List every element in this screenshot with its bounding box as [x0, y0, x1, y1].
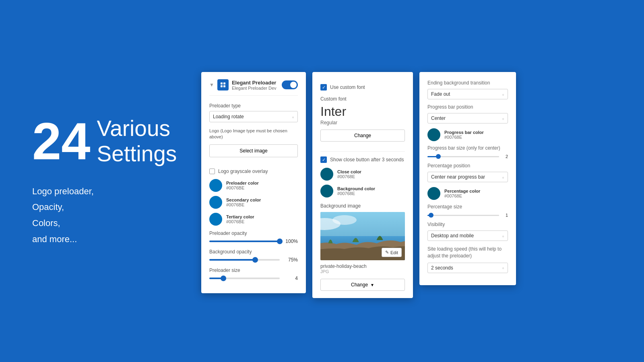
grayscale-checkbox-row: Logo grayscale overlay [209, 169, 298, 174]
change-image-label: Change [351, 282, 368, 288]
svg-rect-0 [221, 82, 223, 84]
visibility-value: Desktop and mobile [431, 233, 474, 239]
select-image-button[interactable]: Select image [209, 144, 298, 157]
percentage-size-thumb[interactable] [429, 213, 433, 218]
secondary-color-row: Secondary color #0076BE [209, 196, 298, 209]
chevron-down-icon: ⬦ [502, 175, 504, 179]
percentage-color-info: Percentage color #00768E [444, 189, 480, 198]
font-style: Regular [320, 120, 405, 125]
bg-color-hex: #00768E [337, 191, 375, 196]
percentage-size-slider-row: 1 [427, 213, 508, 218]
bg-opacity-slider-row: 75% [209, 257, 298, 263]
dropdown-arrow-icon: ▼ [370, 283, 374, 287]
background-image-preview: ✎ Edit [320, 212, 405, 260]
bg-color-name: Background color [337, 186, 375, 191]
progress-bar-size-slider-track[interactable] [427, 156, 499, 157]
size-slider-row: 4 [209, 276, 298, 281]
chevron-down-icon: ⬦ [502, 234, 504, 238]
secondary-color-name: Secondary color [226, 197, 261, 202]
bg-opacity-slider-track[interactable] [209, 259, 280, 261]
custom-font-label: Custom font [320, 96, 405, 102]
bg-image-label: Background image [320, 203, 405, 209]
preloader-color-name: Preloader color [226, 181, 259, 185]
bg-opacity-label: Background opacity [209, 249, 298, 255]
secondary-color-swatch[interactable] [209, 196, 222, 209]
show-close-label: Show close button after 3 seconds [330, 157, 404, 162]
panel-3: Ending background transition Fade out ⬦ … [419, 72, 516, 285]
grayscale-checkbox[interactable] [209, 169, 215, 174]
image-type: JPG [320, 269, 405, 274]
progress-bar-pos-label: Progress bar position [427, 104, 508, 110]
close-color-swatch[interactable] [320, 168, 333, 181]
plugin-toggle[interactable] [282, 80, 298, 89]
progress-bar-color-swatch[interactable] [427, 128, 440, 141]
ending-bg-select[interactable]: Fade out ⬦ [427, 89, 508, 99]
close-color-name: Close color [337, 169, 361, 174]
tertiary-color-swatch[interactable] [209, 213, 222, 226]
big-number: 24 [32, 115, 91, 167]
percentage-pos-select[interactable]: Center near progress bar ⬦ [427, 172, 508, 182]
progress-bar-pos-value: Center [431, 115, 446, 121]
progress-bar-color-info: Progress bar color #00768E [444, 130, 484, 140]
close-color-hex: #00768E [337, 174, 361, 179]
percentage-color-hex: #00768E [444, 193, 480, 198]
preloader-type-label: Preloader type [209, 103, 298, 109]
panel-header-left: ▼ Elegant Preloader Elegant Preloader De… [209, 79, 277, 90]
percentage-size-slider-track[interactable] [427, 215, 499, 216]
show-close-row: ✓ Show close button after 3 seconds [320, 156, 405, 163]
svg-point-7 [332, 215, 357, 225]
progress-bar-size-thumb[interactable] [436, 154, 441, 159]
percentage-pos-label: Percentage position [427, 163, 508, 169]
opacity-slider-row: 100% [209, 239, 298, 244]
close-color-info: Close color #00768E [337, 169, 361, 179]
bg-color-swatch[interactable] [320, 185, 333, 197]
size-slider-thumb[interactable] [221, 276, 226, 281]
slider-section: Preloader opacity 100% Background opacit… [209, 230, 298, 281]
percentage-color-swatch[interactable] [427, 187, 440, 200]
use-custom-font-checkbox[interactable]: ✓ [320, 84, 327, 90]
use-custom-font-label: Use custom font [330, 84, 365, 90]
progress-bar-size-slider-row: 2 [427, 154, 508, 159]
visibility-select[interactable]: Desktop and mobile ⬦ [427, 230, 508, 241]
bg-color-row: Background color #00768E [320, 185, 405, 197]
collapse-icon[interactable]: ▼ [209, 82, 214, 88]
chevron-down-icon: ⬦ [502, 92, 504, 97]
ending-bg-value: Fade out [431, 91, 450, 97]
plugin-title: Elegant Preloader [232, 80, 277, 86]
tertiary-color-name: Tertiary color [226, 214, 254, 219]
bg-opacity-slider-fill [209, 259, 255, 261]
plugin-info: Elegant Preloader Elegant Preloader Dev [232, 80, 277, 90]
secondary-color-hex: #0076BE [226, 202, 261, 207]
visibility-label: Visibility [427, 222, 508, 227]
show-close-checkbox[interactable]: ✓ [320, 156, 327, 163]
close-color-row: Close color #00768E [320, 168, 405, 181]
change-font-button[interactable]: Change [320, 130, 405, 142]
preloader-type-select[interactable]: Loading rotate ⬦ [209, 111, 298, 122]
chevron-down-icon: ⬦ [502, 116, 504, 121]
opacity-slider-thumb[interactable] [277, 239, 283, 244]
edit-image-button[interactable]: ✎ Edit [382, 248, 402, 257]
chevron-down-icon: ⬦ [292, 115, 294, 119]
progress-bar-color-hex: #00768E [444, 135, 484, 140]
opacity-slider-track[interactable] [209, 241, 280, 242]
tertiary-color-hex: #0076BE [226, 219, 254, 224]
site-loading-select[interactable]: 2 seconds ⬦ [427, 263, 508, 273]
site-loading-label: Site loading speed (this will help to ad… [427, 246, 508, 259]
use-custom-font-row: ✓ Use custom font [320, 84, 405, 90]
svg-rect-1 [223, 82, 225, 84]
preloader-color-info: Preloader color #0076BE [226, 181, 259, 190]
preloader-color-hex: #0076BE [226, 185, 259, 190]
bg-opacity-slider-thumb[interactable] [252, 257, 258, 263]
change-image-button[interactable]: Change ▼ [320, 279, 405, 291]
progress-bar-color-row: Progress bar color #00768E [427, 128, 508, 141]
tertiary-color-row: Tertiary color #0076BE [209, 213, 298, 226]
plugin-subtitle: Elegant Preloader Dev [232, 86, 277, 90]
size-slider-track[interactable] [209, 278, 280, 279]
list-item: Colors, [32, 215, 177, 231]
list-item: Opacity, [32, 199, 177, 215]
preloader-color-swatch[interactable] [209, 179, 222, 192]
progress-bar-size-label: Progress bar size (only for center) [427, 145, 508, 151]
svg-rect-3 [223, 85, 225, 87]
opacity-label: Preloader opacity [209, 230, 298, 236]
progress-bar-pos-select[interactable]: Center ⬦ [427, 113, 508, 123]
